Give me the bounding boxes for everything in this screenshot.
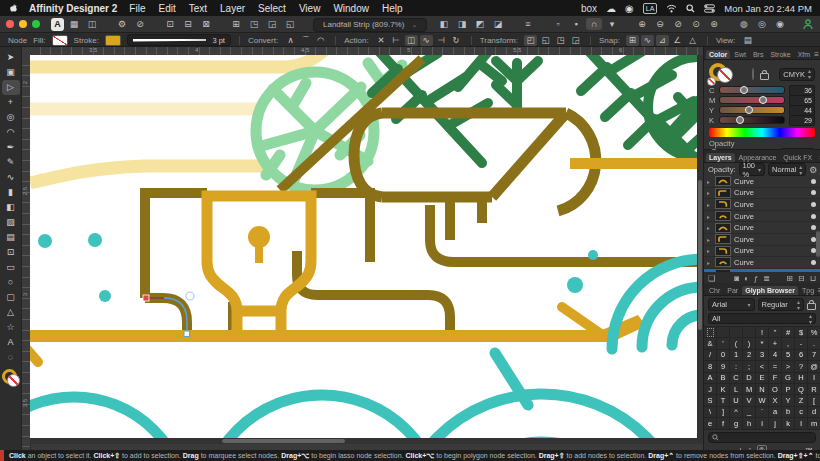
artwork-pale-bands[interactable] (30, 55, 328, 183)
glyph-cell[interactable]: & (704, 338, 716, 348)
glyph-cell[interactable]: f (717, 418, 729, 428)
action-delete-icon[interactable]: ✕ (375, 35, 388, 46)
glyph-cell[interactable]: 5 (782, 350, 794, 360)
export-persona-icon[interactable]: ◫ (84, 18, 100, 30)
color-tab-xfm[interactable]: Xfm (795, 50, 813, 59)
glyph-cell[interactable]: h (743, 418, 755, 428)
insert-inside-icon[interactable]: ▪ (568, 18, 584, 30)
color-tab-stroke[interactable]: Stroke (767, 50, 793, 59)
layer-row[interactable]: ▸Curve (704, 176, 820, 188)
snap-grid-icon[interactable]: ⊞ (626, 35, 639, 46)
color-tab-brs[interactable]: Brs (750, 50, 767, 59)
glyph-cell[interactable]: " (769, 327, 781, 337)
node-handle-white[interactable] (184, 331, 190, 337)
layer-visibility-dot[interactable] (811, 202, 816, 207)
glyph-cell[interactable]: K (717, 384, 729, 394)
channel-track-k[interactable] (719, 116, 785, 124)
convert-smooth-icon[interactable]: ⌒ (299, 35, 312, 46)
snap-geometry-icon[interactable]: ⊿ (656, 35, 669, 46)
hint-icon[interactable]: ⊖ (652, 18, 668, 30)
glyph-cell[interactable]: > (782, 361, 794, 371)
shape-tool[interactable]: △ (2, 305, 20, 320)
layer-visibility-dot[interactable] (811, 214, 816, 219)
glyph-cell[interactable]: 2 (743, 350, 755, 360)
glyph-cell[interactable]: D (743, 373, 755, 383)
flip-vertical-icon[interactable]: ◨ (454, 18, 470, 30)
layer-row[interactable]: ▸Curve (704, 222, 820, 234)
font-lock-icon[interactable] (807, 303, 816, 310)
glyph-cell[interactable]: T (717, 395, 729, 405)
zoom-tool[interactable]: ◌ (2, 350, 20, 365)
spotlight-search-icon[interactable] (686, 4, 695, 13)
glyph-tab-chr[interactable]: Chr (706, 286, 723, 295)
glyph-cell[interactable]: X (769, 395, 781, 405)
glyph-cell[interactable]: # (782, 327, 794, 337)
glyph-cell[interactable]: J (704, 384, 716, 394)
glyph-cell[interactable]: + (769, 338, 781, 348)
snapping-magnet-icon[interactable]: ∩ (586, 18, 602, 30)
glyph-cell[interactable]: ` (756, 407, 768, 417)
stroke-swatch[interactable] (105, 35, 121, 46)
layer-expand-icon[interactable]: ▸ (707, 178, 712, 185)
menu-item-text[interactable]: Text (189, 3, 207, 14)
horizontal-scrollbar-thumb[interactable] (222, 439, 345, 443)
apple-menu-icon[interactable] (8, 3, 19, 14)
control-center-icon[interactable] (704, 4, 715, 13)
menu-item-layer[interactable]: Layer (220, 3, 245, 14)
layer-row[interactable]: ▸Curve (704, 246, 820, 258)
soft-proof-icon[interactable]: ◎ (754, 18, 770, 30)
wifi-icon[interactable] (666, 4, 677, 13)
move-backward-icon[interactable]: ◲ (264, 18, 280, 30)
move-tool[interactable]: ➤ (2, 50, 20, 65)
glyph-search-field[interactable] (708, 432, 816, 443)
channel-track-m[interactable] (719, 96, 785, 104)
transform-show-icon[interactable]: ◲ (569, 35, 582, 46)
layer-expand-icon[interactable]: ▸ (707, 271, 712, 272)
eyedropper-icon[interactable] (745, 68, 746, 80)
corner-tool[interactable]: ◠ (2, 125, 20, 140)
guides-icon[interactable]: ⊘ (670, 18, 686, 30)
color-model-dropdown[interactable]: CMYK ▴▾ (779, 68, 815, 81)
selected-node-red[interactable] (143, 295, 149, 301)
alignment-icon[interactable]: ≡ (520, 18, 536, 30)
designer-persona-icon[interactable]: A (51, 18, 64, 31)
glyph-cell[interactable]: a (769, 407, 781, 417)
glyph-cell[interactable]: [ (808, 395, 820, 405)
fx-icon[interactable]: ƒ (754, 274, 758, 283)
slider-handle[interactable] (736, 116, 744, 124)
glyph-cell[interactable]: ; (743, 361, 755, 371)
transparency-tool[interactable]: ▨ (2, 215, 20, 230)
vertical-scrollbar-thumb[interactable] (698, 180, 702, 330)
layer-row[interactable]: ▸Curve (704, 211, 820, 223)
font-style-dropdown[interactable]: Regular ▴▾ (758, 298, 805, 311)
transform-cycle-icon[interactable]: ◳ (554, 35, 567, 46)
transform-box-icon[interactable]: ◰ (524, 35, 537, 46)
menu-item-edit[interactable]: Edit (158, 3, 175, 14)
blend-mode-dropdown[interactable]: Normal ▴▾ (768, 163, 806, 176)
add-layer-icon[interactable]: ⊞ (786, 274, 793, 283)
edit-all-layers-icon[interactable]: ❏ (708, 274, 715, 283)
glyph-cell[interactable]: V (743, 395, 755, 405)
layers-opacity-dropdown[interactable]: 100 % ▾ (739, 163, 766, 176)
cloud-icon[interactable]: ☁ (606, 3, 616, 14)
window-zoom-button[interactable] (32, 20, 40, 28)
action-join-curves-icon[interactable]: ⊣ (435, 35, 448, 46)
artwork-gold-bar[interactable] (570, 158, 697, 169)
layer-expand-icon[interactable]: ▸ (707, 224, 712, 231)
account-person-icon[interactable] (802, 18, 814, 30)
channel-value-k[interactable]: 29 (789, 115, 815, 126)
glyph-cell[interactable]: O (769, 384, 781, 394)
glyph-subset-dropdown[interactable]: All ▴▾ (708, 313, 816, 324)
snapping-dropdown-icon[interactable]: ▾ (604, 18, 620, 30)
view-mode-icon[interactable]: ▤ (741, 35, 754, 46)
glyph-cell[interactable]: $ (795, 327, 807, 337)
channel-track-c[interactable] (719, 86, 785, 94)
menu-item-select[interactable]: Select (258, 3, 286, 14)
layer-row[interactable]: ▸Curve (704, 234, 820, 246)
color-panel-menu-icon[interactable]: ≡ (814, 50, 820, 59)
vector-brush-tool[interactable]: ∿ (2, 170, 20, 185)
artwork[interactable] (30, 55, 697, 444)
glyph-cell[interactable]: c (795, 407, 807, 417)
glyph-cell[interactable]: . (808, 338, 820, 348)
adjustment-layer-icon[interactable]: ◐ (744, 274, 749, 283)
